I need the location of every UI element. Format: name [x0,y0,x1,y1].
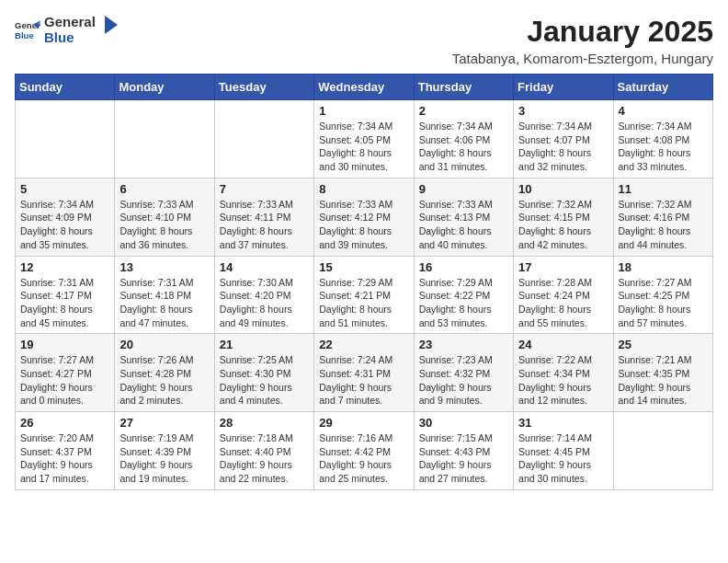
day-number: 9 [419,182,508,196]
day-number: 4 [619,104,708,118]
calendar-cell: 8Sunrise: 7:33 AM Sunset: 4:12 PM Daylig… [314,178,414,256]
day-info: Sunrise: 7:19 AM Sunset: 4:39 PM Dayligh… [119,431,209,486]
day-number: 17 [518,260,608,274]
day-info: Sunrise: 7:15 AM Sunset: 4:43 PM Dayligh… [419,431,508,486]
calendar-cell: 13Sunrise: 7:31 AM Sunset: 4:18 PM Dayli… [115,256,214,334]
day-info: Sunrise: 7:33 AM Sunset: 4:13 PM Dayligh… [419,198,508,252]
calendar-week-row: 5Sunrise: 7:34 AM Sunset: 4:09 PM Daylig… [16,178,713,256]
weekday-header-tuesday: Tuesday [214,75,313,100]
day-info: Sunrise: 7:34 AM Sunset: 4:08 PM Dayligh… [619,120,708,174]
logo-icon: General Blue [15,17,40,43]
calendar-cell: 9Sunrise: 7:33 AM Sunset: 4:13 PM Daylig… [414,178,513,256]
day-number: 29 [319,416,408,430]
day-number: 18 [619,260,708,274]
day-number: 23 [419,338,508,351]
calendar-cell: 6Sunrise: 7:33 AM Sunset: 4:10 PM Daylig… [115,178,214,256]
day-number: 6 [119,182,209,196]
calendar-cell: 25Sunrise: 7:21 AM Sunset: 4:35 PM Dayli… [613,334,712,412]
weekday-header-monday: Monday [115,75,214,100]
page-header: General Blue General Blue January 2025 T… [15,15,713,66]
calendar-cell: 7Sunrise: 7:33 AM Sunset: 4:11 PM Daylig… [214,178,313,256]
day-info: Sunrise: 7:32 AM Sunset: 4:15 PM Dayligh… [518,198,608,252]
day-info: Sunrise: 7:31 AM Sunset: 4:17 PM Dayligh… [20,276,109,330]
calendar-cell: 3Sunrise: 7:34 AM Sunset: 4:07 PM Daylig… [514,100,613,178]
calendar-cell [613,412,712,490]
logo-blue: Blue [44,30,96,46]
calendar-cell: 31Sunrise: 7:14 AM Sunset: 4:45 PM Dayli… [514,412,613,490]
day-info: Sunrise: 7:25 AM Sunset: 4:30 PM Dayligh… [220,353,309,408]
day-number: 28 [220,416,309,430]
calendar-week-row: 1Sunrise: 7:34 AM Sunset: 4:05 PM Daylig… [16,100,713,178]
calendar-week-row: 26Sunrise: 7:20 AM Sunset: 4:37 PM Dayli… [16,412,713,490]
logo-flag-icon [101,16,119,41]
day-info: Sunrise: 7:33 AM Sunset: 4:11 PM Dayligh… [220,198,309,252]
calendar-cell: 24Sunrise: 7:22 AM Sunset: 4:34 PM Dayli… [514,334,613,412]
calendar-cell: 10Sunrise: 7:32 AM Sunset: 4:15 PM Dayli… [514,178,613,256]
day-number: 24 [518,338,608,351]
day-info: Sunrise: 7:26 AM Sunset: 4:28 PM Dayligh… [119,353,209,408]
calendar-cell: 19Sunrise: 7:27 AM Sunset: 4:27 PM Dayli… [16,334,115,412]
weekday-header-thursday: Thursday [414,75,513,100]
day-number: 7 [220,182,309,196]
day-info: Sunrise: 7:20 AM Sunset: 4:37 PM Dayligh… [20,431,109,486]
day-info: Sunrise: 7:30 AM Sunset: 4:20 PM Dayligh… [220,276,309,330]
day-info: Sunrise: 7:21 AM Sunset: 4:35 PM Dayligh… [619,353,708,408]
svg-text:Blue: Blue [15,29,34,40]
day-info: Sunrise: 7:14 AM Sunset: 4:45 PM Dayligh… [518,431,608,486]
day-number: 12 [20,260,109,274]
day-number: 26 [20,416,109,430]
calendar-cell: 23Sunrise: 7:23 AM Sunset: 4:32 PM Dayli… [414,334,513,412]
calendar-cell: 26Sunrise: 7:20 AM Sunset: 4:37 PM Dayli… [16,412,115,490]
calendar-cell: 17Sunrise: 7:28 AM Sunset: 4:24 PM Dayli… [514,256,613,334]
logo: General Blue General Blue [15,15,119,45]
logo-general: General [44,15,96,30]
day-number: 10 [518,182,608,196]
day-number: 2 [419,104,508,118]
calendar-cell: 28Sunrise: 7:18 AM Sunset: 4:40 PM Dayli… [214,412,313,490]
calendar-cell: 16Sunrise: 7:29 AM Sunset: 4:22 PM Dayli… [414,256,513,334]
month-title: January 2025 [452,15,713,49]
day-info: Sunrise: 7:24 AM Sunset: 4:31 PM Dayligh… [319,353,408,408]
weekday-header-sunday: Sunday [16,75,115,100]
day-info: Sunrise: 7:18 AM Sunset: 4:40 PM Dayligh… [220,431,309,486]
day-number: 5 [20,182,109,196]
day-info: Sunrise: 7:27 AM Sunset: 4:27 PM Dayligh… [20,353,109,408]
day-info: Sunrise: 7:28 AM Sunset: 4:24 PM Dayligh… [518,276,608,330]
calendar-cell: 30Sunrise: 7:15 AM Sunset: 4:43 PM Dayli… [414,412,513,490]
day-info: Sunrise: 7:31 AM Sunset: 4:18 PM Dayligh… [119,276,209,330]
calendar-table: SundayMondayTuesdayWednesdayThursdayFrid… [15,74,713,490]
calendar-cell: 11Sunrise: 7:32 AM Sunset: 4:16 PM Dayli… [613,178,712,256]
day-number: 13 [119,260,209,274]
day-info: Sunrise: 7:27 AM Sunset: 4:25 PM Dayligh… [619,276,708,330]
calendar-cell: 1Sunrise: 7:34 AM Sunset: 4:05 PM Daylig… [314,100,414,178]
calendar-week-row: 12Sunrise: 7:31 AM Sunset: 4:17 PM Dayli… [16,256,713,334]
day-info: Sunrise: 7:16 AM Sunset: 4:42 PM Dayligh… [319,431,408,486]
day-number: 3 [518,104,608,118]
day-info: Sunrise: 7:29 AM Sunset: 4:22 PM Dayligh… [419,276,508,330]
calendar-cell: 22Sunrise: 7:24 AM Sunset: 4:31 PM Dayli… [314,334,414,412]
day-number: 20 [119,338,209,351]
calendar-cell: 29Sunrise: 7:16 AM Sunset: 4:42 PM Dayli… [314,412,414,490]
day-number: 31 [518,416,608,430]
day-number: 25 [619,338,708,351]
day-info: Sunrise: 7:23 AM Sunset: 4:32 PM Dayligh… [419,353,508,408]
calendar-cell: 2Sunrise: 7:34 AM Sunset: 4:06 PM Daylig… [414,100,513,178]
day-info: Sunrise: 7:22 AM Sunset: 4:34 PM Dayligh… [518,353,608,408]
weekday-header-saturday: Saturday [613,75,712,100]
day-info: Sunrise: 7:34 AM Sunset: 4:06 PM Dayligh… [419,120,508,174]
day-info: Sunrise: 7:32 AM Sunset: 4:16 PM Dayligh… [619,198,708,252]
day-info: Sunrise: 7:34 AM Sunset: 4:07 PM Dayligh… [518,120,608,174]
weekday-header-wednesday: Wednesday [314,75,414,100]
day-number: 11 [619,182,708,196]
calendar-cell [214,100,313,178]
calendar-cell: 20Sunrise: 7:26 AM Sunset: 4:28 PM Dayli… [115,334,214,412]
day-info: Sunrise: 7:29 AM Sunset: 4:21 PM Dayligh… [319,276,408,330]
calendar-cell: 12Sunrise: 7:31 AM Sunset: 4:17 PM Dayli… [16,256,115,334]
day-info: Sunrise: 7:34 AM Sunset: 4:09 PM Dayligh… [20,198,109,252]
svg-marker-4 [105,16,118,34]
title-area: January 2025 Tatabanya, Komarom-Esztergo… [452,15,713,66]
calendar-cell: 4Sunrise: 7:34 AM Sunset: 4:08 PM Daylig… [613,100,712,178]
calendar-cell: 14Sunrise: 7:30 AM Sunset: 4:20 PM Dayli… [214,256,313,334]
calendar-cell: 18Sunrise: 7:27 AM Sunset: 4:25 PM Dayli… [613,256,712,334]
day-number: 1 [319,104,408,118]
